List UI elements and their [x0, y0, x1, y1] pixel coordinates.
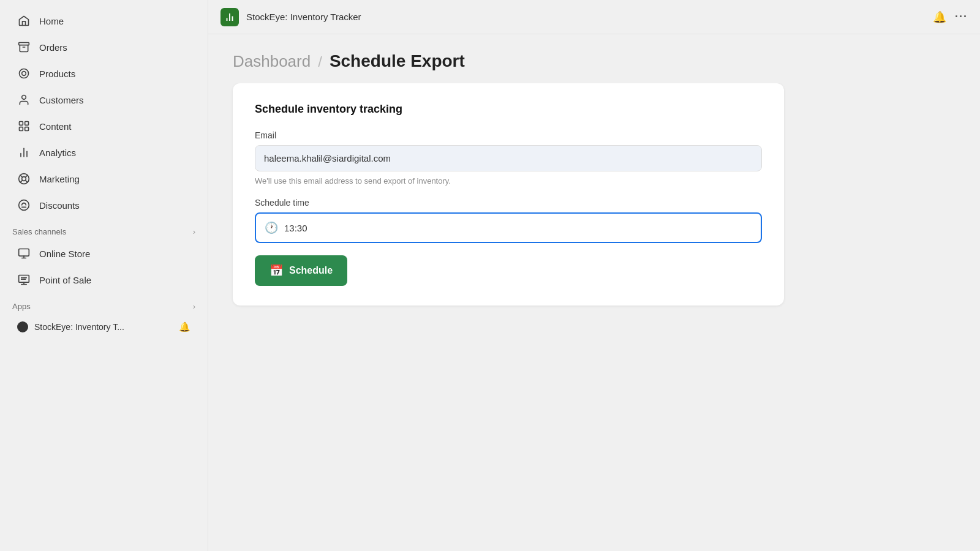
- content-icon: [17, 119, 31, 133]
- breadcrumb-parent[interactable]: Dashboard: [233, 52, 311, 71]
- apps-chevron-icon: ›: [193, 302, 195, 311]
- sales-channels-label: Sales channels: [12, 227, 66, 236]
- svg-rect-6: [25, 122, 29, 126]
- sidebar: Home Orders Products: [0, 0, 208, 551]
- sidebar-item-content-label: Content: [39, 121, 72, 132]
- sidebar-nav: Home Orders Products: [0, 0, 208, 347]
- email-label: Email: [255, 130, 762, 140]
- sidebar-item-marketing-label: Marketing: [39, 174, 80, 184]
- svg-rect-21: [19, 249, 29, 257]
- sidebar-item-analytics-label: Analytics: [39, 148, 76, 158]
- sidebar-item-marketing[interactable]: Marketing: [5, 166, 203, 192]
- sidebar-item-home[interactable]: Home: [5, 8, 203, 34]
- orders-icon: [17, 40, 31, 54]
- marketing-icon: [17, 172, 31, 186]
- topbar-more-icon[interactable]: ···: [955, 10, 968, 23]
- apps-label: Apps: [12, 302, 31, 311]
- email-input[interactable]: [255, 145, 762, 171]
- svg-point-3: [22, 72, 26, 76]
- sales-channels-section[interactable]: Sales channels ›: [0, 219, 208, 240]
- svg-point-2: [20, 69, 29, 78]
- sidebar-item-online-store[interactable]: Online Store: [5, 241, 203, 266]
- sidebar-item-home-label: Home: [39, 16, 64, 26]
- svg-rect-0: [19, 43, 29, 45]
- app-bell-icon[interactable]: 🔔: [179, 321, 190, 332]
- sidebar-item-analytics[interactable]: Analytics: [5, 140, 203, 165]
- sidebar-item-discounts[interactable]: Discounts: [5, 192, 203, 218]
- sales-channels-chevron-icon: ›: [193, 227, 195, 236]
- sidebar-item-stockeye[interactable]: StockEye: Inventory T... 🔔: [5, 315, 203, 339]
- email-hint: We'll use this email address to send exp…: [255, 176, 762, 186]
- topbar-app-name: StockEye: Inventory Tracker: [246, 12, 361, 22]
- svg-point-4: [22, 96, 26, 100]
- schedule-button-label: Schedule: [289, 265, 333, 276]
- svg-point-18: [19, 200, 29, 211]
- schedule-time-value: 13:30: [284, 223, 307, 233]
- sidebar-item-products-label: Products: [39, 69, 75, 79]
- svg-line-15: [25, 180, 28, 182]
- apps-section[interactable]: Apps ›: [0, 293, 208, 315]
- topbar-actions: 🔔 ···: [933, 10, 968, 24]
- email-field-group: Email We'll use this email address to se…: [255, 130, 762, 186]
- sidebar-item-content[interactable]: Content: [5, 113, 203, 139]
- analytics-icon: [17, 146, 31, 159]
- topbar: StockEye: Inventory Tracker 🔔 ···: [208, 0, 980, 34]
- schedule-time-label: Schedule time: [255, 198, 762, 208]
- breadcrumb-separator: /: [318, 53, 322, 70]
- sidebar-item-pos-label: Point of Sale: [39, 275, 91, 285]
- app-dot-icon: [17, 321, 28, 332]
- main-content: StockEye: Inventory Tracker 🔔 ··· Dashbo…: [208, 0, 980, 551]
- sidebar-item-discounts-label: Discounts: [39, 200, 80, 211]
- customers-icon: [17, 93, 31, 107]
- sidebar-item-point-of-sale[interactable]: Point of Sale: [5, 267, 203, 293]
- online-store-icon: [17, 247, 31, 260]
- topbar-bell-icon[interactable]: 🔔: [933, 10, 946, 24]
- sidebar-item-customers-label: Customers: [39, 95, 84, 105]
- home-icon: [17, 14, 31, 28]
- svg-rect-5: [20, 122, 23, 126]
- schedule-card: Schedule inventory tracking Email We'll …: [233, 83, 784, 305]
- clock-icon: 🕐: [265, 221, 278, 234]
- products-icon: [17, 67, 31, 80]
- svg-line-14: [20, 175, 23, 178]
- page-content: Schedule inventory tracking Email We'll …: [208, 83, 980, 551]
- schedule-button[interactable]: 📅 Schedule: [255, 255, 347, 286]
- svg-rect-7: [20, 127, 23, 131]
- sidebar-item-customers[interactable]: Customers: [5, 87, 203, 113]
- svg-rect-8: [25, 127, 29, 131]
- sidebar-item-stockeye-label: StockEye: Inventory T...: [34, 322, 124, 332]
- breadcrumb-current: Schedule Export: [330, 51, 465, 71]
- calendar-icon: 📅: [270, 264, 283, 277]
- pos-icon: [17, 273, 31, 287]
- card-title: Schedule inventory tracking: [255, 103, 762, 116]
- sidebar-item-orders-label: Orders: [39, 42, 67, 53]
- schedule-time-field-group: Schedule time 🕐 13:30: [255, 198, 762, 243]
- sidebar-item-online-store-label: Online Store: [39, 249, 90, 259]
- svg-line-16: [25, 175, 28, 178]
- schedule-time-input[interactable]: 🕐 13:30: [255, 212, 762, 243]
- app-logo-icon: [221, 8, 239, 26]
- svg-rect-24: [19, 276, 29, 283]
- discounts-icon: [17, 198, 31, 212]
- sidebar-item-orders[interactable]: Orders: [5, 34, 203, 60]
- svg-line-17: [20, 180, 23, 182]
- breadcrumb: Dashboard / Schedule Export: [208, 34, 980, 83]
- sidebar-item-products[interactable]: Products: [5, 61, 203, 86]
